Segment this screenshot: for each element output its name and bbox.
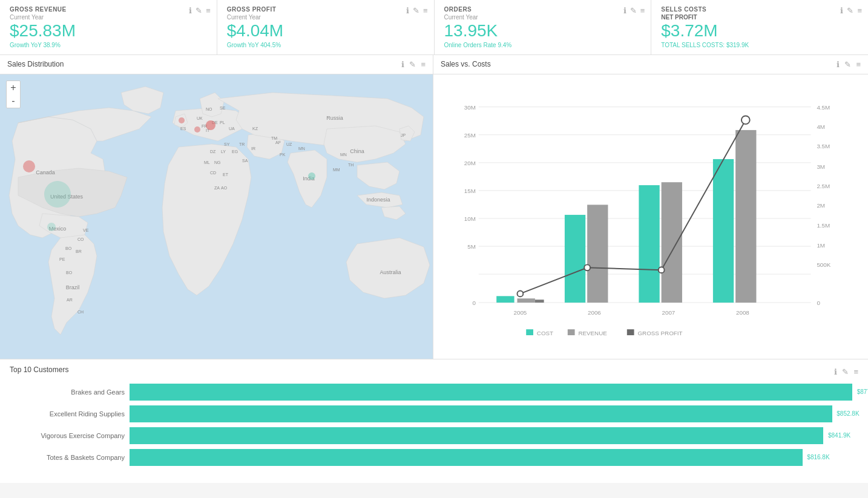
svg-text:MN: MN bbox=[298, 146, 305, 151]
svg-rect-80 bbox=[568, 329, 575, 335]
svg-text:China: China bbox=[350, 148, 364, 154]
edit-icon[interactable]: ✎ bbox=[847, 6, 853, 15]
svg-text:BO: BO bbox=[65, 246, 72, 251]
top-customers-chart: Brakes and Gears $877.1K Excellent Ridin… bbox=[10, 384, 858, 466]
menu-icon[interactable]: ≡ bbox=[857, 6, 862, 15]
bar-fill: $877.1K bbox=[130, 384, 852, 401]
svg-text:0: 0 bbox=[817, 300, 820, 306]
bar-2007-revenue bbox=[662, 182, 682, 303]
edit-icon[interactable]: ✎ bbox=[409, 60, 416, 69]
svg-text:3.5M: 3.5M bbox=[817, 143, 830, 149]
legend-revenue: REVENUE bbox=[578, 330, 607, 336]
bottom-panel-icons: ℹ ✎ ≡ bbox=[834, 367, 858, 376]
svg-text:IR: IR bbox=[251, 146, 255, 151]
kpi-sells-costs-growth: TOTAL SELLS COSTS: $319.9K bbox=[661, 42, 858, 48]
svg-text:BO: BO bbox=[66, 270, 73, 275]
bar-track: $841.9K bbox=[130, 427, 852, 444]
svg-text:JP: JP bbox=[401, 133, 406, 137]
bar-value: $852.8K bbox=[837, 410, 859, 417]
info-icon[interactable]: ℹ bbox=[623, 6, 626, 15]
svg-text:DZ: DZ bbox=[210, 149, 216, 154]
sales-vs-costs-chart: 30M 25M 20M 15M 10M 5M 0 4.5M 4M 3.5M 3M… bbox=[443, 80, 858, 353]
gross-profit-line bbox=[520, 120, 745, 293]
svg-text:TM: TM bbox=[271, 136, 277, 140]
info-icon[interactable]: ℹ bbox=[189, 6, 192, 15]
kpi-sells-costs-icons: ℹ ✎ ≡ bbox=[840, 6, 862, 15]
svg-text:KZ: KZ bbox=[252, 126, 258, 131]
map-title: Sales Distribution bbox=[7, 60, 64, 68]
world-map-svg: Canada United States Mexico Brazil Russi… bbox=[0, 74, 433, 359]
svg-text:Russia: Russia bbox=[326, 115, 343, 121]
menu-icon[interactable]: ≡ bbox=[640, 6, 645, 15]
legend-cost: COST bbox=[537, 330, 553, 336]
svg-text:UZ: UZ bbox=[286, 142, 292, 146]
menu-icon[interactable]: ≡ bbox=[206, 6, 211, 15]
edit-icon[interactable]: ✎ bbox=[844, 60, 851, 69]
edit-icon[interactable]: ✎ bbox=[196, 6, 202, 15]
kpi-gross-profit-subtitle: Current Year bbox=[227, 14, 424, 21]
svg-text:25M: 25M bbox=[464, 131, 476, 138]
svg-text:3M: 3M bbox=[817, 163, 825, 169]
mexico-bubble bbox=[47, 223, 56, 231]
dot-2008 bbox=[741, 116, 750, 124]
info-icon[interactable]: ℹ bbox=[840, 6, 843, 15]
zoom-out-button[interactable]: - bbox=[7, 94, 20, 108]
svg-text:Canada: Canada bbox=[36, 169, 55, 175]
info-icon[interactable]: ℹ bbox=[834, 367, 837, 376]
svg-text:MM: MM bbox=[333, 168, 340, 172]
chart-title: Sales vs. Costs bbox=[441, 60, 491, 68]
zoom-in-button[interactable]: + bbox=[7, 81, 20, 94]
menu-icon[interactable]: ≡ bbox=[421, 60, 426, 69]
svg-text:Indonesia: Indonesia bbox=[366, 197, 390, 203]
svg-text:PL: PL bbox=[220, 120, 225, 125]
svg-rect-79 bbox=[526, 329, 533, 335]
svg-text:LY: LY bbox=[221, 149, 226, 154]
edit-icon[interactable]: ✎ bbox=[842, 367, 849, 376]
menu-icon[interactable]: ≡ bbox=[853, 367, 858, 376]
kpi-gross-profit-growth: Growth YoY 404.5% bbox=[227, 42, 424, 48]
kpi-gross-profit: GROSS PROFIT ℹ ✎ ≡ Current Year $4.04M G… bbox=[217, 0, 435, 54]
map-zoom-controls: + - bbox=[6, 80, 21, 108]
edit-icon[interactable]: ✎ bbox=[630, 6, 637, 15]
svg-text:CH: CH bbox=[77, 310, 84, 314]
dot-2007 bbox=[659, 267, 665, 273]
menu-icon[interactable]: ≡ bbox=[856, 60, 861, 69]
list-item: Vigorous Exercise Company $841.9K bbox=[16, 427, 852, 444]
kpi-orders-icons: ℹ ✎ ≡ bbox=[623, 6, 645, 15]
svg-text:ML: ML bbox=[204, 160, 210, 165]
svg-text:20M: 20M bbox=[464, 160, 476, 166]
main-content: Sales Distribution ℹ ✎ ≡ bbox=[0, 55, 868, 359]
bar-fill: $816.8K bbox=[130, 449, 803, 466]
svg-text:4.5M: 4.5M bbox=[817, 103, 830, 110]
dot-2006 bbox=[584, 264, 590, 270]
svg-text:NG: NG bbox=[214, 160, 221, 165]
bottom-panel-header: Top 10 Customers ℹ ✎ ≡ bbox=[10, 365, 858, 379]
bar-2006-cost bbox=[565, 215, 585, 303]
bar-2006-revenue bbox=[587, 205, 608, 303]
bar-2005-gross bbox=[535, 300, 544, 303]
map-container[interactable]: Canada United States Mexico Brazil Russi… bbox=[0, 74, 433, 359]
svg-text:10M: 10M bbox=[464, 215, 476, 222]
kpi-gross-revenue-value: $25.83M bbox=[10, 22, 207, 41]
canada-bubble bbox=[23, 160, 35, 172]
menu-icon[interactable]: ≡ bbox=[423, 6, 428, 15]
customer-name: Vigorous Exercise Company bbox=[16, 432, 125, 439]
info-icon[interactable]: ℹ bbox=[837, 60, 840, 69]
svg-text:AO: AO bbox=[221, 186, 228, 190]
right-panel: Sales vs. Costs ℹ ✎ ≡ 30M 25M bbox=[433, 55, 868, 359]
svg-text:VE: VE bbox=[83, 228, 89, 232]
svg-text:Australia: Australia bbox=[380, 269, 401, 275]
edit-icon[interactable]: ✎ bbox=[413, 6, 419, 15]
chart-panel-icons: ℹ ✎ ≡ bbox=[837, 60, 861, 69]
svg-text:500K: 500K bbox=[817, 261, 830, 268]
svg-text:ZA: ZA bbox=[214, 186, 220, 190]
svg-text:2006: 2006 bbox=[588, 309, 601, 315]
info-icon[interactable]: ℹ bbox=[401, 60, 404, 69]
bar-2007-cost bbox=[639, 185, 659, 303]
list-item: Brakes and Gears $877.1K bbox=[16, 384, 852, 401]
uk-bubble bbox=[179, 117, 185, 123]
kpi-orders-value: 13.95K bbox=[444, 22, 642, 41]
info-icon[interactable]: ℹ bbox=[406, 6, 409, 15]
svg-text:2.5M: 2.5M bbox=[817, 183, 830, 189]
svg-text:BR: BR bbox=[76, 249, 82, 254]
